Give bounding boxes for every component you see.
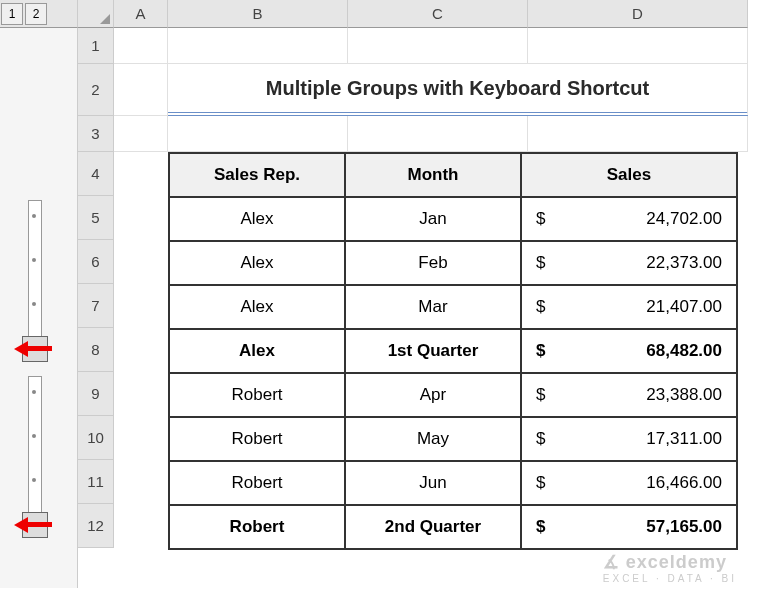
row-header-8[interactable]: 8 [78, 328, 114, 372]
cell-sales[interactable]: $16,466.00 [521, 461, 737, 505]
header-month[interactable]: Month [345, 153, 521, 197]
row-header-1[interactable]: 1 [78, 28, 114, 64]
cell[interactable] [348, 116, 528, 152]
cell[interactable] [114, 116, 168, 152]
cell-month[interactable]: 1st Quarter [345, 329, 521, 373]
cell[interactable] [168, 116, 348, 152]
cell-rep[interactable]: Robert [169, 461, 345, 505]
cell[interactable] [114, 28, 168, 64]
row-header-3[interactable]: 3 [78, 116, 114, 152]
group-dot [32, 258, 36, 262]
title-cell[interactable]: Multiple Groups with Keyboard Shortcut [168, 64, 748, 116]
row-header-9[interactable]: 9 [78, 372, 114, 416]
group-dot [32, 478, 36, 482]
cell-sales[interactable]: $21,407.00 [521, 285, 737, 329]
row-header-6[interactable]: 6 [78, 240, 114, 284]
cell-sales[interactable]: $22,373.00 [521, 241, 737, 285]
row-header-2[interactable]: 2 [78, 64, 114, 116]
group-dot [32, 302, 36, 306]
group-dot [32, 390, 36, 394]
table-row: RobertApr$23,388.00 [169, 373, 737, 417]
group-bar-2 [28, 376, 42, 512]
cell-rep[interactable]: Robert [169, 417, 345, 461]
data-table: Sales Rep. Month Sales AlexJan$24,702.00… [168, 152, 738, 550]
cell[interactable] [168, 28, 348, 64]
row-headers: 1 2 3 4 5 6 7 8 9 10 11 12 [78, 28, 114, 548]
outline-gutter: − − [0, 28, 78, 588]
header-sales[interactable]: Sales [521, 153, 737, 197]
table-row: AlexFeb$22,373.00 [169, 241, 737, 285]
watermark-sub: EXCEL · DATA · BI [603, 573, 737, 584]
column-header-C[interactable]: C [348, 0, 528, 28]
cell-rep[interactable]: Alex [169, 285, 345, 329]
group-dot [32, 434, 36, 438]
column-headers: A B C D [114, 0, 748, 28]
cell-month[interactable]: Apr [345, 373, 521, 417]
cell-rep[interactable]: Alex [169, 241, 345, 285]
cell-month[interactable]: May [345, 417, 521, 461]
row-header-12[interactable]: 12 [78, 504, 114, 548]
cell-sales[interactable]: $17,311.00 [521, 417, 737, 461]
cell-rep[interactable]: Alex [169, 329, 345, 373]
outline-level-2-button[interactable]: 2 [25, 3, 47, 25]
outline-level-1-button[interactable]: 1 [1, 3, 23, 25]
cell[interactable] [528, 28, 748, 64]
cell-sales[interactable]: $24,702.00 [521, 197, 737, 241]
table-header-row: Sales Rep. Month Sales [169, 153, 737, 197]
watermark-main: ∡ exceldemy [603, 552, 727, 572]
cell-sales[interactable]: $57,165.00 [521, 505, 737, 549]
cell-month[interactable]: 2nd Quarter [345, 505, 521, 549]
group-bar-1 [28, 200, 42, 336]
cell-rep[interactable]: Robert [169, 373, 345, 417]
cell-month[interactable]: Feb [345, 241, 521, 285]
table-row: Robert2nd Quarter$57,165.00 [169, 505, 737, 549]
row-header-11[interactable]: 11 [78, 460, 114, 504]
table-row: RobertMay$17,311.00 [169, 417, 737, 461]
cell[interactable] [528, 116, 748, 152]
cell-month[interactable]: Jan [345, 197, 521, 241]
select-all-button[interactable] [78, 0, 114, 28]
cell[interactable] [114, 64, 168, 116]
column-header-D[interactable]: D [528, 0, 748, 28]
cell-rep[interactable]: Robert [169, 505, 345, 549]
column-header-A[interactable]: A [114, 0, 168, 28]
header-rep[interactable]: Sales Rep. [169, 153, 345, 197]
cell-month[interactable]: Jun [345, 461, 521, 505]
row-header-10[interactable]: 10 [78, 416, 114, 460]
row-header-4[interactable]: 4 [78, 152, 114, 196]
outline-level-header: 1 2 [0, 0, 78, 28]
column-header-B[interactable]: B [168, 0, 348, 28]
cell-rep[interactable]: Alex [169, 197, 345, 241]
table-row: RobertJun$16,466.00 [169, 461, 737, 505]
table-row: AlexMar$21,407.00 [169, 285, 737, 329]
cell-month[interactable]: Mar [345, 285, 521, 329]
cell-sales[interactable]: $68,482.00 [521, 329, 737, 373]
row-header-7[interactable]: 7 [78, 284, 114, 328]
table-row: AlexJan$24,702.00 [169, 197, 737, 241]
cell[interactable] [348, 28, 528, 64]
group-dot [32, 214, 36, 218]
table-row: Alex1st Quarter$68,482.00 [169, 329, 737, 373]
row-header-5[interactable]: 5 [78, 196, 114, 240]
watermark: ∡ exceldemy EXCEL · DATA · BI [603, 551, 737, 584]
cell-sales[interactable]: $23,388.00 [521, 373, 737, 417]
spreadsheet-grid: Multiple Groups with Keyboard Shortcut [114, 28, 748, 152]
